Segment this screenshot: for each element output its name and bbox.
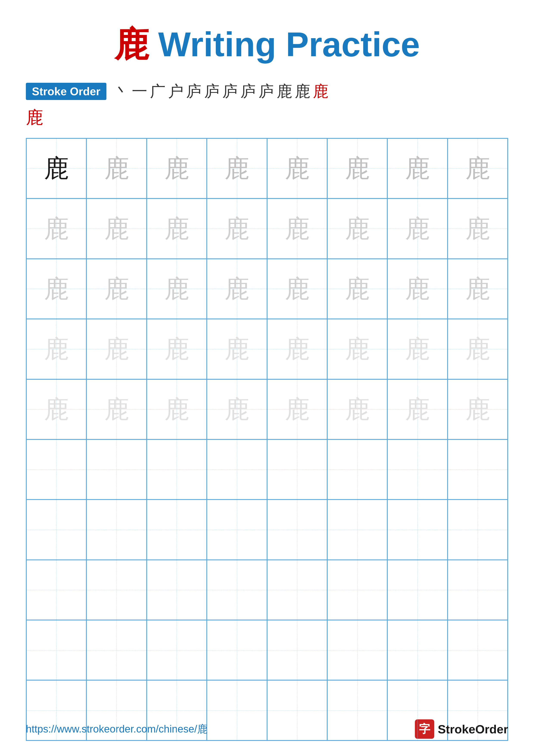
grid-cell-5-5[interactable]: 鹿 xyxy=(267,379,327,440)
grid-cell-4-8[interactable]: 鹿 xyxy=(447,319,508,379)
grid-cell-9-8[interactable] xyxy=(447,620,508,680)
grid-cell-9-7[interactable] xyxy=(387,620,447,680)
practice-char: 鹿 xyxy=(405,337,430,362)
grid-cell-3-4[interactable]: 鹿 xyxy=(207,259,267,319)
stroke-order-row: Stroke Order 丶 一 广 户 庐 庐 庐 庐 庐 鹿 鹿 鹿 xyxy=(26,81,508,102)
grid-cell-7-1[interactable] xyxy=(26,500,87,560)
practice-char: 鹿 xyxy=(345,337,369,362)
grid-cell-4-2[interactable]: 鹿 xyxy=(87,319,146,379)
grid-cell-6-5[interactable] xyxy=(267,440,327,500)
grid-cell-4-4[interactable]: 鹿 xyxy=(207,319,267,379)
grid-cell-1-5[interactable]: 鹿 xyxy=(267,138,327,199)
grid-cell-1-1[interactable]: 鹿 xyxy=(26,138,87,199)
grid-cell-2-2[interactable]: 鹿 xyxy=(87,199,146,258)
practice-char: 鹿 xyxy=(44,216,69,241)
grid-cell-9-1[interactable] xyxy=(26,620,87,680)
practice-char: 鹿 xyxy=(224,397,249,422)
grid-cell-3-1[interactable]: 鹿 xyxy=(26,259,87,319)
grid-cell-8-1[interactable] xyxy=(26,560,87,620)
grid-cell-4-1[interactable]: 鹿 xyxy=(26,319,87,379)
grid-cell-1-8[interactable]: 鹿 xyxy=(447,138,508,199)
grid-cell-7-4[interactable] xyxy=(207,500,267,560)
grid-cell-2-6[interactable]: 鹿 xyxy=(327,199,387,258)
grid-cell-8-5[interactable] xyxy=(267,560,327,620)
grid-cell-1-3[interactable]: 鹿 xyxy=(147,138,207,199)
grid-cell-9-3[interactable] xyxy=(147,620,207,680)
practice-char: 鹿 xyxy=(345,156,369,181)
grid-cell-3-2[interactable]: 鹿 xyxy=(87,259,146,319)
grid-cell-2-3[interactable]: 鹿 xyxy=(147,199,207,258)
grid-cell-3-3[interactable]: 鹿 xyxy=(147,259,207,319)
grid-cell-5-8[interactable]: 鹿 xyxy=(447,379,508,440)
grid-cell-6-8[interactable] xyxy=(447,440,508,500)
grid-cell-9-5[interactable] xyxy=(267,620,327,680)
grid-cell-8-3[interactable] xyxy=(147,560,207,620)
practice-char: 鹿 xyxy=(165,337,189,362)
grid-cell-7-3[interactable] xyxy=(147,500,207,560)
grid-cell-7-8[interactable] xyxy=(447,500,508,560)
stroke-4: 户 xyxy=(168,81,184,102)
grid-cell-2-1[interactable]: 鹿 xyxy=(26,199,87,258)
grid-cell-6-6[interactable] xyxy=(327,440,387,500)
stroke-6: 庐 xyxy=(204,81,220,102)
grid-cell-5-1[interactable]: 鹿 xyxy=(26,379,87,440)
practice-char: 鹿 xyxy=(285,337,310,362)
grid-cell-5-4[interactable]: 鹿 xyxy=(207,379,267,440)
practice-char: 鹿 xyxy=(104,216,129,241)
grid-cell-1-6[interactable]: 鹿 xyxy=(327,138,387,199)
grid-cell-5-3[interactable]: 鹿 xyxy=(147,379,207,440)
grid-cell-8-4[interactable] xyxy=(207,560,267,620)
grid-cell-5-7[interactable]: 鹿 xyxy=(387,379,447,440)
stroke-second-line: 鹿 xyxy=(26,106,508,129)
grid-cell-8-2[interactable] xyxy=(87,560,146,620)
grid-cell-1-7[interactable]: 鹿 xyxy=(387,138,447,199)
practice-char: 鹿 xyxy=(44,397,69,422)
grid-cell-1-2[interactable]: 鹿 xyxy=(87,138,146,199)
practice-char: 鹿 xyxy=(465,277,490,301)
grid-cell-7-6[interactable] xyxy=(327,500,387,560)
grid-row-3: 鹿 鹿 鹿 鹿 鹿 鹿 鹿 鹿 xyxy=(26,259,508,319)
grid-cell-9-4[interactable] xyxy=(207,620,267,680)
grid-cell-7-7[interactable] xyxy=(387,500,447,560)
stroke-1: 丶 xyxy=(114,81,129,102)
grid-cell-3-7[interactable]: 鹿 xyxy=(387,259,447,319)
practice-char: 鹿 xyxy=(465,397,490,422)
grid-cell-9-2[interactable] xyxy=(87,620,146,680)
grid-cell-6-2[interactable] xyxy=(87,440,146,500)
practice-char: 鹿 xyxy=(224,156,249,181)
grid-cell-7-5[interactable] xyxy=(267,500,327,560)
practice-char: 鹿 xyxy=(104,156,129,181)
grid-cell-2-5[interactable]: 鹿 xyxy=(267,199,327,258)
grid-cell-4-5[interactable]: 鹿 xyxy=(267,319,327,379)
grid-row-4: 鹿 鹿 鹿 鹿 鹿 鹿 鹿 鹿 xyxy=(26,319,508,379)
grid-cell-6-3[interactable] xyxy=(147,440,207,500)
grid-cell-8-8[interactable] xyxy=(447,560,508,620)
stroke-3: 广 xyxy=(150,81,165,102)
practice-char: 鹿 xyxy=(405,397,430,422)
practice-char: 鹿 xyxy=(224,337,249,362)
grid-cell-5-2[interactable]: 鹿 xyxy=(87,379,146,440)
grid-cell-3-6[interactable]: 鹿 xyxy=(327,259,387,319)
grid-cell-6-1[interactable] xyxy=(26,440,87,500)
grid-cell-6-4[interactable] xyxy=(207,440,267,500)
grid-cell-4-3[interactable]: 鹿 xyxy=(147,319,207,379)
grid-row-1: 鹿 鹿 鹿 鹿 鹿 鹿 鹿 鹿 xyxy=(26,138,508,199)
practice-char: 鹿 xyxy=(465,337,490,362)
grid-cell-2-4[interactable]: 鹿 xyxy=(207,199,267,258)
grid-cell-1-4[interactable]: 鹿 xyxy=(207,138,267,199)
grid-cell-3-5[interactable]: 鹿 xyxy=(267,259,327,319)
grid-cell-4-6[interactable]: 鹿 xyxy=(327,319,387,379)
grid-cell-2-8[interactable]: 鹿 xyxy=(447,199,508,258)
grid-cell-8-7[interactable] xyxy=(387,560,447,620)
grid-cell-5-6[interactable]: 鹿 xyxy=(327,379,387,440)
grid-cell-6-7[interactable] xyxy=(387,440,447,500)
practice-char: 鹿 xyxy=(405,277,430,301)
grid-cell-9-6[interactable] xyxy=(327,620,387,680)
stroke-10: 鹿 xyxy=(277,81,292,102)
grid-cell-2-7[interactable]: 鹿 xyxy=(387,199,447,258)
practice-char: 鹿 xyxy=(405,216,430,241)
grid-cell-4-7[interactable]: 鹿 xyxy=(387,319,447,379)
grid-cell-3-8[interactable]: 鹿 xyxy=(447,259,508,319)
grid-cell-8-6[interactable] xyxy=(327,560,387,620)
grid-cell-7-2[interactable] xyxy=(87,500,146,560)
